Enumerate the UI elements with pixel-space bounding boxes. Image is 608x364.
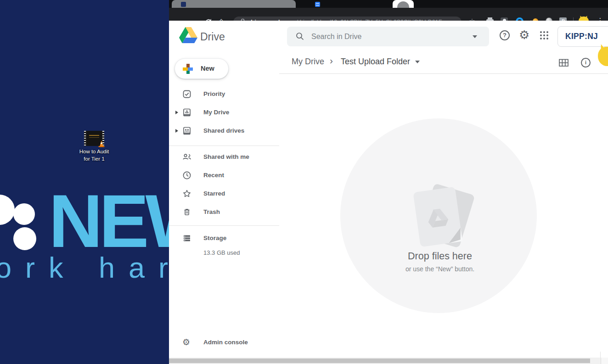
scrollbar-corner bbox=[601, 358, 608, 364]
desktop-shortcut-video[interactable]: How to Audit for Tier 1 bbox=[67, 131, 122, 162]
drop-zone-title: Drop files here bbox=[371, 251, 509, 262]
sidebar-divider bbox=[169, 225, 279, 226]
org-logo-text: KIPP:NJ bbox=[565, 27, 608, 46]
star-icon bbox=[182, 189, 191, 198]
expand-arrow-icon[interactable] bbox=[175, 129, 178, 133]
my-drive-icon bbox=[182, 108, 191, 117]
drive-header: Drive Search in Drive ? ⚙ KIPP:NJ bbox=[169, 21, 608, 50]
sidebar-item-priority[interactable]: Priority bbox=[169, 85, 279, 103]
sidebar-item-my-drive[interactable]: My Drive bbox=[169, 103, 279, 122]
folder-menu-caret-icon[interactable] bbox=[415, 61, 420, 63]
wallpaper-colon-dot-bottom bbox=[13, 227, 36, 250]
tab-favicon bbox=[181, 2, 186, 7]
priority-check-icon bbox=[182, 90, 191, 99]
clock-icon bbox=[182, 171, 191, 180]
admin-gear-icon: ⚙ bbox=[182, 338, 190, 347]
horizontal-scrollbar[interactable] bbox=[169, 358, 608, 364]
storage-stack-icon bbox=[182, 234, 191, 243]
scrollbar-divider bbox=[600, 352, 601, 358]
search-bar[interactable]: Search in Drive bbox=[287, 27, 489, 46]
help-icon[interactable]: ? bbox=[500, 30, 510, 40]
sidebar-item-starred[interactable]: Starred bbox=[169, 185, 279, 203]
tab-inactive[interactable] bbox=[300, 0, 397, 8]
breadcrumb-separator-icon: › bbox=[330, 55, 333, 66]
apps-grid-icon[interactable] bbox=[540, 31, 542, 33]
tab-fragment[interactable] bbox=[393, 0, 414, 8]
empty-folder-papers-icon bbox=[408, 178, 474, 254]
shared-drives-icon bbox=[182, 126, 191, 135]
tab-circle-icon bbox=[397, 1, 409, 8]
screen: NEW ork hard How to Audit for Tier 1 bbox=[0, 0, 608, 364]
trash-icon bbox=[182, 207, 191, 217]
new-plus-icon bbox=[183, 64, 193, 74]
tab-favicon bbox=[315, 2, 320, 7]
drive-product-name: Drive bbox=[200, 31, 225, 43]
tab-active-drive[interactable] bbox=[172, 0, 296, 8]
info-icon[interactable]: i bbox=[581, 58, 591, 67]
new-button[interactable]: New bbox=[175, 58, 229, 79]
browser-window: ← → ⌂ drive.google.com/drive/folders/12u… bbox=[169, 0, 608, 364]
sidebar-item-recent[interactable]: Recent bbox=[169, 166, 279, 185]
scrollbar-thumb[interactable] bbox=[169, 358, 590, 363]
account-avatar-pikachu[interactable] bbox=[598, 47, 608, 66]
tab-strip bbox=[169, 0, 608, 8]
storage-used-text[interactable]: 13.3 GB used bbox=[203, 249, 240, 256]
search-icon[interactable] bbox=[295, 32, 304, 41]
settings-gear-icon[interactable]: ⚙ bbox=[519, 28, 529, 42]
sidebar-divider bbox=[169, 146, 279, 146]
drop-zone-subtitle: or use the “New” button. bbox=[371, 265, 509, 273]
wallpaper-colon-dot-top bbox=[13, 203, 35, 225]
breadcrumb-my-drive[interactable]: My Drive bbox=[292, 57, 324, 67]
drive-logo-icon[interactable] bbox=[179, 27, 197, 43]
grid-view-icon[interactable] bbox=[559, 59, 569, 67]
people-icon bbox=[182, 152, 191, 162]
sidebar-item-storage[interactable]: Storage bbox=[169, 229, 279, 247]
browser-toolbar: ← → ⌂ drive.google.com/drive/folders/12u… bbox=[169, 8, 608, 21]
vlc-cone-icon bbox=[98, 140, 105, 147]
shortcut-label: How to Audit for Tier 1 bbox=[67, 148, 122, 162]
sidebar-item-admin-console[interactable]: ⚙ Admin console bbox=[169, 333, 279, 352]
sidebar-item-shared-with-me[interactable]: Shared with me bbox=[169, 148, 279, 166]
toolbar-divider bbox=[279, 73, 608, 74]
video-thumbnail-icon bbox=[84, 131, 104, 146]
wallpaper-logo-arc bbox=[0, 195, 15, 225]
sidebar-item-shared-drives[interactable]: Shared drives bbox=[169, 122, 279, 140]
expand-arrow-icon[interactable] bbox=[175, 111, 178, 114]
breadcrumb-current-folder[interactable]: Test Upload Folder bbox=[341, 57, 410, 67]
org-logo-box: KIPP:NJ bbox=[557, 26, 608, 47]
sidebar-item-trash[interactable]: Trash bbox=[169, 203, 279, 221]
search-options-caret-icon[interactable] bbox=[473, 35, 477, 38]
new-button-label: New bbox=[201, 59, 214, 78]
search-input[interactable]: Search in Drive bbox=[311, 27, 361, 46]
